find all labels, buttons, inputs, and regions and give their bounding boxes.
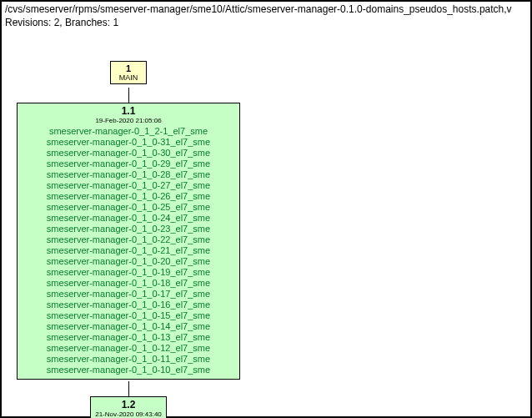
revision-tag: smeserver-manager-0_1_0-26_el7_sme <box>21 191 236 202</box>
revision-tag: smeserver-manager-0_1_0-31_el7_sme <box>21 137 236 148</box>
revision-tags: smeserver-manager-0_1_2-1_el7_smesmeserv… <box>21 126 236 375</box>
revision-tag: smeserver-manager-0_1_0-19_el7_sme <box>21 267 236 278</box>
revision-tag: smeserver-manager-0_1_2-1_el7_sme <box>21 126 236 137</box>
revision-tag: smeserver-manager-0_1_0-20_el7_sme <box>21 256 236 267</box>
revision-tag: smeserver-manager-0_1_0-25_el7_sme <box>21 202 236 213</box>
revision-tag: smeserver-manager-0_1_0-14_el7_sme <box>21 321 236 332</box>
revision-tag: smeserver-manager-0_1_0-13_el7_sme <box>21 332 236 343</box>
revision-node-1-1[interactable]: 1.1 19-Feb-2020 21:05:06 smeserver-manag… <box>17 103 240 380</box>
revision-tag: smeserver-manager-0_1_0-18_el7_sme <box>21 278 236 289</box>
revision-date: 19-Feb-2020 21:05:06 <box>21 117 236 124</box>
revision-tag: smeserver-manager-0_1_0-27_el7_sme <box>21 180 236 191</box>
revision-tag: smeserver-manager-0_1_0-16_el7_sme <box>21 300 236 310</box>
revision-tag: smeserver-manager-0_1_0-22_el7_sme <box>21 234 236 245</box>
branch-label: MAIN <box>111 73 146 82</box>
file-path: /cvs/smeserver/rpms/smeserver-manager/sm… <box>5 3 527 17</box>
revision-tag: smeserver-manager-0_1_0-23_el7_sme <box>21 224 236 234</box>
revision-tag: smeserver-manager-0_1_0-12_el7_sme <box>21 343 236 354</box>
revision-tag: smeserver-manager-0_1_0-21_el7_sme <box>21 245 236 256</box>
revision-date: 21-Nov-2020 09:43:40 <box>94 410 163 418</box>
revision-tag: smeserver-manager-0_1_0-15_el7_sme <box>21 310 236 321</box>
revision-tag: smeserver-manager-0_1_0-29_el7_sme <box>21 159 236 169</box>
branch-number: 1 <box>111 63 146 73</box>
revision-tag: smeserver-manager-0_1_0-24_el7_sme <box>21 213 236 224</box>
revision-tag: smeserver-manager-0_1_0-17_el7_sme <box>21 289 236 300</box>
connector-line <box>128 381 129 396</box>
revision-tag: smeserver-manager-0_1_0-28_el7_sme <box>21 169 236 180</box>
revision-tag: smeserver-manager-0_1_0-30_el7_sme <box>21 148 236 159</box>
branch-node-main[interactable]: 1 MAIN <box>110 61 147 84</box>
header: /cvs/smeserver/rpms/smeserver-manager/sm… <box>2 2 530 31</box>
revision-tag: smeserver-manager-0_1_0-11_el7_sme <box>21 354 236 365</box>
revision-title: 1.2 <box>94 399 163 410</box>
revision-title: 1.1 <box>21 105 236 117</box>
connector-line <box>128 88 129 103</box>
revision-tag: smeserver-manager-0_1_0-10_el7_sme <box>21 365 236 375</box>
revisions-meta: Revisions: 2, Branches: 1 <box>5 17 527 30</box>
revision-node-1-2[interactable]: 1.2 21-Nov-2020 09:43:40 HEAD <box>90 396 167 418</box>
page-frame: /cvs/smeserver/rpms/smeserver-manager/sm… <box>0 0 532 418</box>
